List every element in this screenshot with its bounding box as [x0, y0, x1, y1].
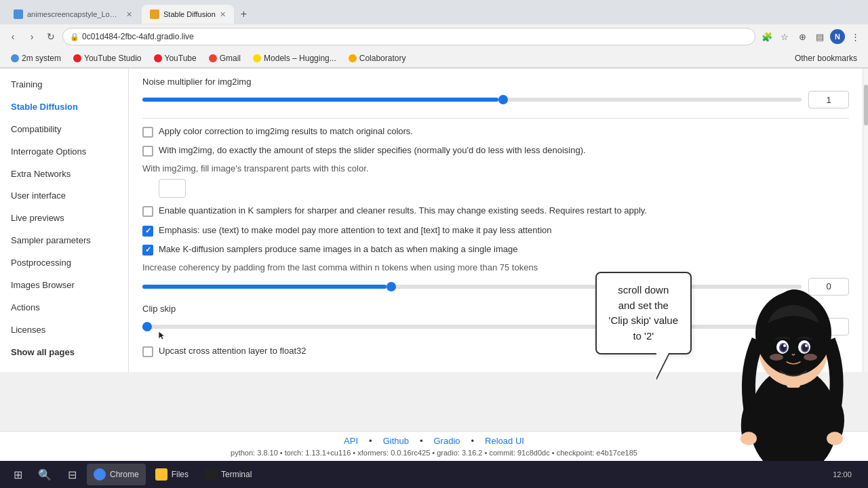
footer-reload-link[interactable]: Reload UI	[485, 436, 524, 446]
taskbar-files-label: Files	[172, 470, 189, 479]
bookmark-hugging-icon	[253, 54, 261, 62]
toolbar-icons: 🧩 ☆ ⊕ ▤ N ⋮	[760, 29, 863, 44]
color-correction-row: Apply color correction to img2img result…	[142, 125, 849, 138]
sidebar-item-postprocessing[interactable]: Postprocessing	[0, 252, 128, 274]
sidebar-item-show-all-pages-label: Show all pages	[11, 347, 75, 357]
sidebar-item-extra-networks[interactable]: Extra Networks	[0, 163, 128, 186]
color-correction-checkbox[interactable]	[142, 127, 153, 138]
bookmark-other[interactable]: Other bookmarks	[789, 52, 863, 64]
sidebar-item-images-browser[interactable]: Images Browser	[0, 274, 128, 297]
bookmark-2msystem-icon	[11, 54, 19, 62]
divider-1	[142, 118, 849, 119]
lock-icon: 🔒	[70, 33, 79, 41]
scrollbar-thumb[interactable]	[864, 85, 868, 125]
bookmark-youtube-label: YouTube	[165, 54, 197, 63]
tab-1-label: animescreencapstyle_LoRA.ipynb...	[27, 10, 122, 18]
exact-steps-checkbox[interactable]	[142, 146, 153, 157]
sidebar-item-postprocessing-label: Postprocessing	[11, 258, 71, 268]
quantization-checkbox[interactable]	[142, 206, 153, 217]
tab-2-label: Stable Diffusion	[163, 10, 216, 18]
bookmark-star-icon[interactable]: ☆	[777, 29, 792, 44]
taskbar-files[interactable]: Files	[149, 464, 195, 485]
taskbar-chrome-icon	[94, 468, 106, 481]
footer-dot-1: •	[369, 436, 372, 446]
url-input[interactable]: 🔒 0c01d484-2fbc-4afd.gradio.live	[62, 28, 755, 45]
bookmark-2msystem[interactable]: 2m system	[5, 52, 66, 64]
taskbar-terminal[interactable]: Terminal	[198, 464, 258, 485]
sidebar-item-user-interface[interactable]: User interface	[0, 185, 128, 207]
bookmark-youtube-studio-icon	[73, 54, 81, 62]
address-bar: ‹ › ↻ 🔒 0c01d484-2fbc-4afd.gradio.live 🧩…	[0, 24, 868, 49]
profile-icon[interactable]: N	[830, 29, 845, 44]
sidebar-item-actions[interactable]: Actions	[0, 297, 128, 319]
svg-point-15	[827, 432, 843, 445]
bookmark-gmail[interactable]: Gmail	[203, 52, 246, 64]
anime-character	[719, 266, 868, 462]
bookmark-colaboratory[interactable]: Colaboratory	[343, 52, 412, 64]
noise-slider-row: 1	[142, 91, 849, 108]
footer-github-link[interactable]: Github	[383, 436, 409, 446]
noise-slider-value[interactable]: 1	[808, 91, 849, 108]
coherency-slider-thumb[interactable]	[387, 282, 396, 291]
taskbar-chrome-label: Chrome	[110, 470, 139, 479]
bookmark-youtube[interactable]: YouTube	[149, 52, 202, 64]
sidebar-item-live-previews-label: Live previews	[11, 213, 64, 223]
emphasis-label: Emphasis: use (text) to make model pay m…	[159, 224, 552, 237]
coherency-slider-track[interactable]	[142, 285, 802, 289]
sidebar-item-sampler[interactable]: Sampler parameters	[0, 230, 128, 252]
task-view-button[interactable]: ⊟	[60, 464, 84, 485]
tab-2-close[interactable]: ✕	[220, 10, 226, 19]
search-button[interactable]: 🔍	[33, 464, 57, 485]
clip-skip-slider-thumb[interactable]	[142, 322, 152, 331]
taskbar-chrome[interactable]: Chrome	[87, 464, 146, 485]
reload-button[interactable]: ↻	[43, 29, 58, 44]
footer-dot-3: •	[471, 436, 475, 446]
fill-color-swatch[interactable]	[159, 179, 186, 198]
speech-bubble-text: scroll down and set the 'Clip skip' valu…	[609, 284, 678, 342]
anime-character-svg	[719, 266, 868, 462]
bookmark-gmail-icon	[209, 54, 217, 62]
tab-1-favicon	[14, 9, 23, 19]
sidebar-item-stable-diffusion[interactable]: Stable Diffusion	[0, 96, 128, 119]
tab-2[interactable]: Stable Diffusion ✕	[142, 5, 234, 24]
clip-skip-slider-track[interactable]	[142, 325, 802, 329]
bookmark-2msystem-label: 2m system	[22, 54, 61, 63]
sidebar-icon[interactable]: ▤	[812, 29, 827, 44]
svg-point-14	[741, 432, 757, 445]
sidebar-item-interrogate[interactable]: Interrogate Options	[0, 141, 128, 163]
svg-point-13	[804, 354, 817, 361]
sidebar-item-images-browser-label: Images Browser	[11, 280, 75, 290]
bookmark-youtube-studio-label: YouTube Studio	[84, 54, 142, 63]
tab-1-close[interactable]: ✕	[126, 10, 132, 19]
bookmark-hugging[interactable]: Models – Hugging...	[248, 52, 342, 64]
upcast-checkbox[interactable]	[142, 346, 153, 357]
menu-icon[interactable]: ⋮	[848, 29, 863, 44]
sidebar-item-sampler-label: Sampler parameters	[11, 235, 91, 245]
svg-point-12	[770, 354, 783, 361]
tab-1[interactable]: animescreencapstyle_LoRA.ipynb... ✕	[5, 5, 140, 24]
sidebar-item-extra-networks-label: Extra Networks	[11, 169, 71, 179]
sidebar-item-training[interactable]: Training	[0, 74, 128, 96]
k-diffusion-checkbox[interactable]	[142, 245, 153, 256]
noise-slider-thumb[interactable]	[498, 95, 508, 104]
noise-slider-track[interactable]	[142, 98, 802, 102]
sidebar-item-compatibility[interactable]: Compatibility	[0, 119, 128, 141]
bookmark-youtube-studio[interactable]: YouTube Studio	[68, 52, 147, 64]
sidebar-item-training-label: Training	[11, 79, 42, 89]
sidebar-item-live-previews[interactable]: Live previews	[0, 207, 128, 230]
windows-start-button[interactable]: ⊞	[5, 464, 30, 485]
sidebar-item-user-interface-label: User interface	[11, 190, 66, 201]
new-tab-button[interactable]: +	[235, 8, 252, 20]
footer-gradio-link[interactable]: Gradio	[434, 436, 460, 446]
emphasis-checkbox[interactable]	[142, 226, 153, 237]
forward-button[interactable]: ›	[24, 29, 39, 44]
sidebar-item-show-all-pages[interactable]: Show all pages	[0, 342, 128, 364]
back-button[interactable]: ‹	[5, 29, 20, 44]
footer-api-link[interactable]: API	[344, 436, 358, 446]
extensions-icon[interactable]: 🧩	[760, 29, 774, 44]
sidebar-item-licenses[interactable]: Licenses	[0, 319, 128, 342]
taskbar-terminal-label: Terminal	[221, 470, 252, 479]
taskbar: ⊞ 🔍 ⊟ Chrome Files Terminal 12:00	[0, 461, 868, 488]
sidebar-item-licenses-label: Licenses	[11, 325, 45, 335]
puzzle-icon[interactable]: ⊕	[795, 29, 810, 44]
